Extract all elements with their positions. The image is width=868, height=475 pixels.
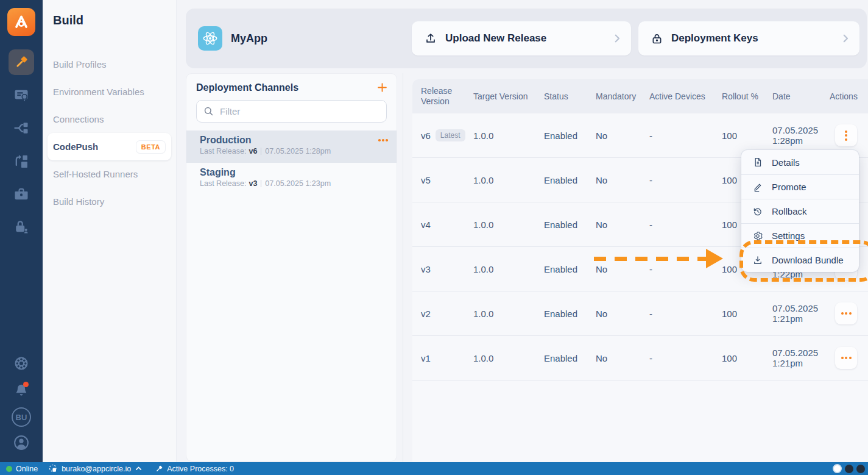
channel-meta: Last Release:v307.05.2025 1:23pm [200,179,387,188]
row-actions-button-open[interactable] [835,124,857,146]
panel-divider [403,73,403,463]
table-row-v2[interactable]: v2 1.0.0EnabledNo -100 07.05.20251:21pm [412,291,868,336]
sidebar-item-connections[interactable]: Connections [43,105,176,133]
sidebar-item-build-profiles[interactable]: Build Profiles [43,51,176,78]
channel-item-staging[interactable]: Staging Last Release:v307.05.2025 1:23pm [186,163,397,195]
online-dot [6,466,12,472]
menu-item-rollback[interactable]: Rollback [741,199,859,223]
recorder-dots [833,464,865,473]
menu-item-promote[interactable]: Promote [741,174,859,199]
chevron-right-icon [840,33,851,44]
keys-button-label: Deployment Keys [671,32,758,45]
latest-badge: Latest [436,129,465,141]
codepush-label: CodePush [53,141,98,152]
table-row-v1[interactable]: v1 1.0.0EnabledNo -100 07.05.20251:21pm [412,336,868,380]
recorder-dot [845,465,853,473]
beta-badge: BETA [136,141,165,153]
online-label: Online [16,465,38,473]
org-avatar[interactable]: BU [12,407,31,427]
app-name: MyApp [231,9,267,68]
profile-avatar-icon[interactable] [13,434,30,451]
chevron-up-icon[interactable] [135,465,143,473]
account-email: burako@appcircle.io [62,465,131,473]
pencil-icon [752,182,763,193]
add-channel-button[interactable] [376,82,388,93]
channel-item-production[interactable]: Production Last Release:v607.05.2025 1:2… [186,130,397,163]
recorder-dot [856,465,865,473]
channel-name: Production [200,135,387,146]
upload-button-label: Upload New Release [445,32,546,45]
sidebar-item-environment-variables[interactable]: Environment Variables [43,78,176,105]
online-status: Online [6,465,38,473]
processes-icon [155,465,163,473]
search-icon [203,105,214,120]
status-bar: Online burako@appcircle.io Active Proces… [0,462,868,475]
enterprise-store-icon[interactable] [13,185,30,202]
notifications-bell-icon[interactable] [13,382,30,399]
account-status[interactable]: burako@appcircle.io [49,464,143,473]
sidebar-item-codepush[interactable]: CodePush BETA [48,133,171,160]
menu-item-details[interactable]: Details [741,150,859,174]
channel-name: Staging [200,167,387,178]
appcircle-logo-icon [12,13,30,31]
icon-rail: BU [0,0,43,462]
plus-icon [376,82,388,93]
deployment-channels-panel: Deployment Channels Production Last Rele… [186,73,397,462]
app-icon [198,26,222,51]
processes-label: Active Processes: 0 [167,465,234,473]
app-header: MyApp Upload New Release Deployment Keys [186,9,867,68]
appcircle-logo[interactable] [7,8,35,36]
distribution-icon[interactable] [13,120,30,137]
annotation-dashed-arrow-line [594,257,706,261]
upload-icon [424,32,437,45]
document-icon [752,157,763,168]
rail-build-button[interactable] [9,49,34,75]
active-processes[interactable]: Active Processes: 0 [155,465,234,473]
publish-flow-icon[interactable] [13,152,30,170]
lock-icon [651,32,663,45]
sidebar-item-self-hosted-runners[interactable]: Self-Hosted Runners [43,160,176,188]
annotation-arrowhead [706,249,723,268]
security-lock-icon[interactable] [13,218,30,235]
sidebar-title: Build [53,13,83,27]
build-sidebar: Build Build Profiles Environment Variabl… [43,0,177,462]
react-icon [201,29,219,48]
table-header: Release VersionTarget VersionStatus Mand… [412,79,868,113]
sidebar-item-build-history[interactable]: Build History [43,188,176,215]
notification-dot [23,382,29,387]
channel-filter-input[interactable] [196,100,387,123]
recorder-dot-active [833,464,842,473]
annotation-highlight-box [739,240,868,282]
history-icon [752,206,763,217]
signing-identities-icon[interactable] [13,87,30,104]
gear-icon [752,230,763,241]
upload-new-release-button[interactable]: Upload New Release [412,21,631,55]
chevron-right-icon [612,33,623,44]
deployment-keys-button[interactable]: Deployment Keys [638,21,859,55]
session-icon [49,464,58,473]
row-actions-button[interactable] [835,302,857,324]
settings-gear-icon[interactable] [13,355,30,372]
channel-actions-button[interactable] [378,139,388,141]
channel-meta: Last Release:v607.05.2025 1:28pm [200,147,387,155]
hammer-icon [13,54,29,70]
channels-title: Deployment Channels [196,82,298,93]
row-actions-button[interactable] [835,347,857,369]
